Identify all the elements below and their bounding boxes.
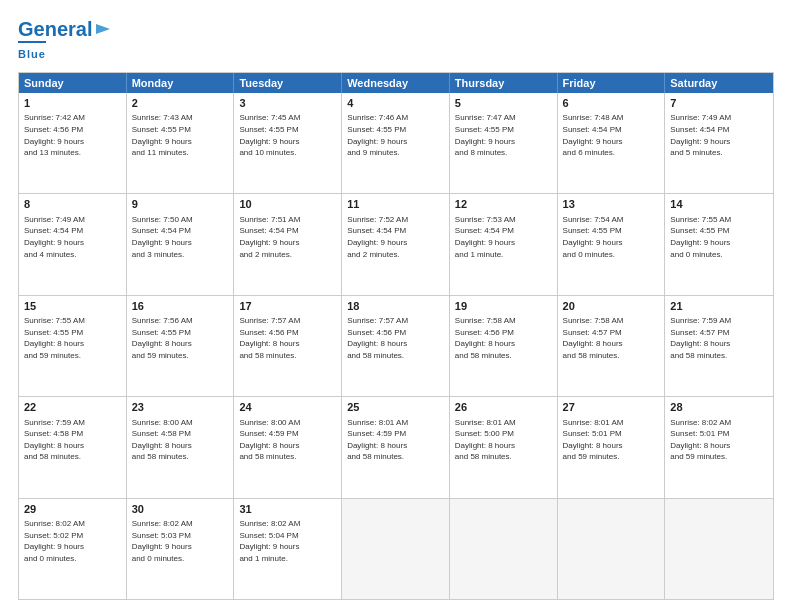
day-number: 22 bbox=[24, 400, 121, 415]
calendar-cell: 28Sunrise: 8:02 AMSunset: 5:01 PMDayligh… bbox=[665, 397, 773, 497]
header-cell-friday: Friday bbox=[558, 73, 666, 93]
calendar-cell bbox=[450, 499, 558, 599]
cell-text: Sunrise: 7:54 AMSunset: 4:55 PMDaylight:… bbox=[563, 214, 660, 260]
calendar-cell: 8Sunrise: 7:49 AMSunset: 4:54 PMDaylight… bbox=[19, 194, 127, 294]
day-number: 30 bbox=[132, 502, 229, 517]
calendar-cell: 30Sunrise: 8:02 AMSunset: 5:03 PMDayligh… bbox=[127, 499, 235, 599]
logo-arrow-icon bbox=[94, 20, 112, 38]
day-number: 2 bbox=[132, 96, 229, 111]
day-number: 26 bbox=[455, 400, 552, 415]
day-number: 5 bbox=[455, 96, 552, 111]
calendar-row-3: 15Sunrise: 7:55 AMSunset: 4:55 PMDayligh… bbox=[19, 296, 773, 397]
calendar-header: SundayMondayTuesdayWednesdayThursdayFrid… bbox=[19, 73, 773, 93]
calendar-cell bbox=[342, 499, 450, 599]
day-number: 8 bbox=[24, 197, 121, 212]
calendar-body: 1Sunrise: 7:42 AMSunset: 4:56 PMDaylight… bbox=[19, 93, 773, 599]
calendar-cell: 27Sunrise: 8:01 AMSunset: 5:01 PMDayligh… bbox=[558, 397, 666, 497]
cell-text: Sunrise: 7:49 AMSunset: 4:54 PMDaylight:… bbox=[24, 214, 121, 260]
svg-marker-0 bbox=[96, 24, 110, 34]
day-number: 16 bbox=[132, 299, 229, 314]
cell-text: Sunrise: 7:46 AMSunset: 4:55 PMDaylight:… bbox=[347, 112, 444, 158]
day-number: 24 bbox=[239, 400, 336, 415]
calendar-cell: 7Sunrise: 7:49 AMSunset: 4:54 PMDaylight… bbox=[665, 93, 773, 193]
day-number: 14 bbox=[670, 197, 768, 212]
day-number: 12 bbox=[455, 197, 552, 212]
day-number: 6 bbox=[563, 96, 660, 111]
calendar-cell: 17Sunrise: 7:57 AMSunset: 4:56 PMDayligh… bbox=[234, 296, 342, 396]
cell-text: Sunrise: 8:02 AMSunset: 5:01 PMDaylight:… bbox=[670, 417, 768, 463]
cell-text: Sunrise: 8:01 AMSunset: 4:59 PMDaylight:… bbox=[347, 417, 444, 463]
calendar-cell: 21Sunrise: 7:59 AMSunset: 4:57 PMDayligh… bbox=[665, 296, 773, 396]
header-cell-thursday: Thursday bbox=[450, 73, 558, 93]
header-cell-wednesday: Wednesday bbox=[342, 73, 450, 93]
day-number: 25 bbox=[347, 400, 444, 415]
day-number: 31 bbox=[239, 502, 336, 517]
calendar-cell: 12Sunrise: 7:53 AMSunset: 4:54 PMDayligh… bbox=[450, 194, 558, 294]
calendar-cell: 1Sunrise: 7:42 AMSunset: 4:56 PMDaylight… bbox=[19, 93, 127, 193]
calendar-row-4: 22Sunrise: 7:59 AMSunset: 4:58 PMDayligh… bbox=[19, 397, 773, 498]
cell-text: Sunrise: 8:00 AMSunset: 4:58 PMDaylight:… bbox=[132, 417, 229, 463]
calendar: SundayMondayTuesdayWednesdayThursdayFrid… bbox=[18, 72, 774, 600]
day-number: 9 bbox=[132, 197, 229, 212]
calendar-cell: 13Sunrise: 7:54 AMSunset: 4:55 PMDayligh… bbox=[558, 194, 666, 294]
header: General Blue bbox=[18, 18, 774, 62]
day-number: 21 bbox=[670, 299, 768, 314]
calendar-cell: 15Sunrise: 7:55 AMSunset: 4:55 PMDayligh… bbox=[19, 296, 127, 396]
cell-text: Sunrise: 7:55 AMSunset: 4:55 PMDaylight:… bbox=[24, 315, 121, 361]
day-number: 17 bbox=[239, 299, 336, 314]
day-number: 19 bbox=[455, 299, 552, 314]
calendar-cell: 26Sunrise: 8:01 AMSunset: 5:00 PMDayligh… bbox=[450, 397, 558, 497]
cell-text: Sunrise: 7:47 AMSunset: 4:55 PMDaylight:… bbox=[455, 112, 552, 158]
cell-text: Sunrise: 7:51 AMSunset: 4:54 PMDaylight:… bbox=[239, 214, 336, 260]
calendar-cell: 22Sunrise: 7:59 AMSunset: 4:58 PMDayligh… bbox=[19, 397, 127, 497]
calendar-cell bbox=[558, 499, 666, 599]
logo-line: Blue bbox=[18, 48, 46, 60]
calendar-cell: 5Sunrise: 7:47 AMSunset: 4:55 PMDaylight… bbox=[450, 93, 558, 193]
header-cell-sunday: Sunday bbox=[19, 73, 127, 93]
day-number: 1 bbox=[24, 96, 121, 111]
calendar-cell bbox=[665, 499, 773, 599]
day-number: 15 bbox=[24, 299, 121, 314]
cell-text: Sunrise: 8:01 AMSunset: 5:01 PMDaylight:… bbox=[563, 417, 660, 463]
cell-text: Sunrise: 7:59 AMSunset: 4:57 PMDaylight:… bbox=[670, 315, 768, 361]
cell-text: Sunrise: 8:02 AMSunset: 5:03 PMDaylight:… bbox=[132, 518, 229, 564]
page: General Blue SundayMondayTuesdayWednesda… bbox=[0, 0, 792, 612]
cell-text: Sunrise: 7:50 AMSunset: 4:54 PMDaylight:… bbox=[132, 214, 229, 260]
cell-text: Sunrise: 7:57 AMSunset: 4:56 PMDaylight:… bbox=[239, 315, 336, 361]
cell-text: Sunrise: 7:59 AMSunset: 4:58 PMDaylight:… bbox=[24, 417, 121, 463]
day-number: 23 bbox=[132, 400, 229, 415]
day-number: 18 bbox=[347, 299, 444, 314]
calendar-cell: 9Sunrise: 7:50 AMSunset: 4:54 PMDaylight… bbox=[127, 194, 235, 294]
calendar-cell: 31Sunrise: 8:02 AMSunset: 5:04 PMDayligh… bbox=[234, 499, 342, 599]
cell-text: Sunrise: 7:55 AMSunset: 4:55 PMDaylight:… bbox=[670, 214, 768, 260]
cell-text: Sunrise: 7:58 AMSunset: 4:56 PMDaylight:… bbox=[455, 315, 552, 361]
day-number: 10 bbox=[239, 197, 336, 212]
logo: General Blue bbox=[18, 18, 112, 62]
day-number: 4 bbox=[347, 96, 444, 111]
cell-text: Sunrise: 8:00 AMSunset: 4:59 PMDaylight:… bbox=[239, 417, 336, 463]
calendar-cell: 24Sunrise: 8:00 AMSunset: 4:59 PMDayligh… bbox=[234, 397, 342, 497]
day-number: 29 bbox=[24, 502, 121, 517]
calendar-cell: 25Sunrise: 8:01 AMSunset: 4:59 PMDayligh… bbox=[342, 397, 450, 497]
cell-text: Sunrise: 7:52 AMSunset: 4:54 PMDaylight:… bbox=[347, 214, 444, 260]
day-number: 20 bbox=[563, 299, 660, 314]
calendar-row-5: 29Sunrise: 8:02 AMSunset: 5:02 PMDayligh… bbox=[19, 499, 773, 599]
header-cell-monday: Monday bbox=[127, 73, 235, 93]
day-number: 11 bbox=[347, 197, 444, 212]
cell-text: Sunrise: 7:58 AMSunset: 4:57 PMDaylight:… bbox=[563, 315, 660, 361]
calendar-cell: 20Sunrise: 7:58 AMSunset: 4:57 PMDayligh… bbox=[558, 296, 666, 396]
header-cell-saturday: Saturday bbox=[665, 73, 773, 93]
cell-text: Sunrise: 7:45 AMSunset: 4:55 PMDaylight:… bbox=[239, 112, 336, 158]
cell-text: Sunrise: 8:02 AMSunset: 5:04 PMDaylight:… bbox=[239, 518, 336, 564]
calendar-row-1: 1Sunrise: 7:42 AMSunset: 4:56 PMDaylight… bbox=[19, 93, 773, 194]
cell-text: Sunrise: 7:48 AMSunset: 4:54 PMDaylight:… bbox=[563, 112, 660, 158]
cell-text: Sunrise: 7:56 AMSunset: 4:55 PMDaylight:… bbox=[132, 315, 229, 361]
cell-text: Sunrise: 8:01 AMSunset: 5:00 PMDaylight:… bbox=[455, 417, 552, 463]
calendar-cell: 29Sunrise: 8:02 AMSunset: 5:02 PMDayligh… bbox=[19, 499, 127, 599]
calendar-cell: 19Sunrise: 7:58 AMSunset: 4:56 PMDayligh… bbox=[450, 296, 558, 396]
calendar-cell: 10Sunrise: 7:51 AMSunset: 4:54 PMDayligh… bbox=[234, 194, 342, 294]
calendar-cell: 23Sunrise: 8:00 AMSunset: 4:58 PMDayligh… bbox=[127, 397, 235, 497]
cell-text: Sunrise: 7:57 AMSunset: 4:56 PMDaylight:… bbox=[347, 315, 444, 361]
calendar-cell: 4Sunrise: 7:46 AMSunset: 4:55 PMDaylight… bbox=[342, 93, 450, 193]
calendar-cell: 11Sunrise: 7:52 AMSunset: 4:54 PMDayligh… bbox=[342, 194, 450, 294]
